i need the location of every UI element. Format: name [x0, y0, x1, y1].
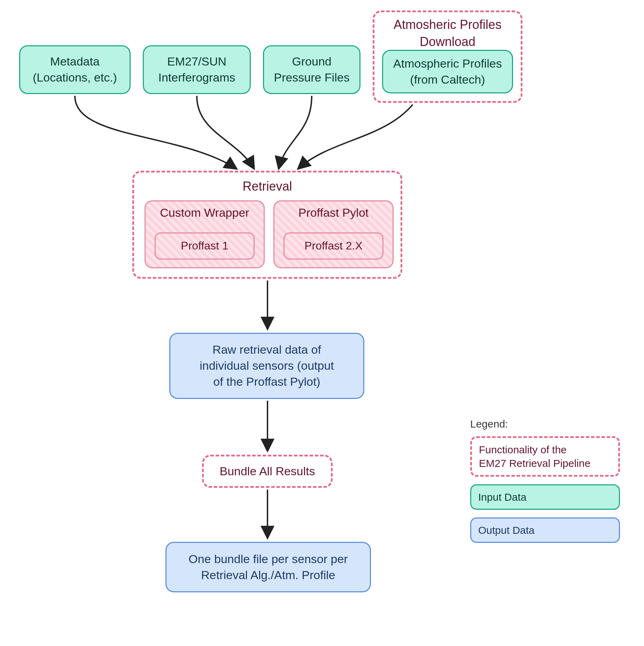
arrow-interferograms-retrieval: [197, 96, 254, 169]
node-ground-pressure-label: GroundPressure Files: [274, 54, 349, 86]
node-atm-download: Atmosheric ProfilesDownload Atmospheric …: [373, 10, 522, 103]
node-raw-retrieval: Raw retrieval data ofindividual sensors …: [169, 333, 364, 399]
legend-output-label: Output Data: [478, 524, 535, 536]
legend-pipeline-label: Functionality of theEM27 Retrieval Pipel…: [479, 444, 590, 469]
node-proffast2x: Proffast 2.X: [284, 232, 383, 260]
node-ground-pressure: GroundPressure Files: [263, 45, 360, 94]
legend-input: Input Data: [470, 484, 620, 510]
legend-title: Legend:: [470, 418, 620, 430]
legend-output: Output Data: [470, 517, 620, 543]
node-retrieval-title: Retrieval: [134, 178, 401, 195]
node-bundle-all-label: Bundle All Results: [219, 463, 315, 479]
node-bundle-all: Bundle All Results: [202, 455, 333, 488]
node-atm-download-title: Atmosheric ProfilesDownload: [374, 16, 521, 50]
node-metadata: Metadata(Locations, etc.): [19, 45, 131, 94]
arrow-metadata-retrieval: [75, 96, 237, 169]
node-interferograms: EM27/SUNInterferograms: [143, 45, 251, 94]
node-custom-wrapper-label: Custom Wrapper: [146, 205, 264, 221]
node-bundle-file-label: One bundle file per sensor perRetrieval …: [188, 551, 348, 583]
node-proffast1-label: Proffast 1: [181, 238, 228, 253]
node-bundle-file: One bundle file per sensor perRetrieval …: [165, 542, 371, 592]
arrow-atm-profiles-retrieval: [298, 105, 413, 169]
node-custom-wrapper: Custom Wrapper Proffast 1: [145, 200, 265, 268]
diagram-canvas: Metadata(Locations, etc.) EM27/SUNInterf…: [0, 0, 644, 646]
node-retrieval: Retrieval Custom Wrapper Proffast 1 Prof…: [132, 171, 402, 279]
legend-input-label: Input Data: [478, 491, 526, 503]
legend-pipeline: Functionality of theEM27 Retrieval Pipel…: [470, 436, 620, 477]
node-proffast1: Proffast 1: [155, 232, 255, 260]
node-proffast-pylot: Proffast Pylot Proffast 2.X: [273, 200, 394, 268]
arrow-ground-pressure-retrieval: [279, 96, 312, 169]
node-metadata-label: Metadata(Locations, etc.): [33, 54, 117, 86]
node-atm-profiles: Atmospheric Profiles(from Caltech): [382, 50, 513, 93]
node-atm-profiles-label: Atmospheric Profiles(from Caltech): [393, 56, 502, 88]
node-proffast2x-label: Proffast 2.X: [304, 238, 363, 253]
legend: Legend: Functionality of theEM27 Retriev…: [470, 418, 620, 551]
node-raw-retrieval-label: Raw retrieval data ofindividual sensors …: [200, 342, 334, 390]
node-proffast-pylot-label: Proffast Pylot: [274, 205, 393, 221]
node-interferograms-label: EM27/SUNInterferograms: [158, 54, 235, 86]
